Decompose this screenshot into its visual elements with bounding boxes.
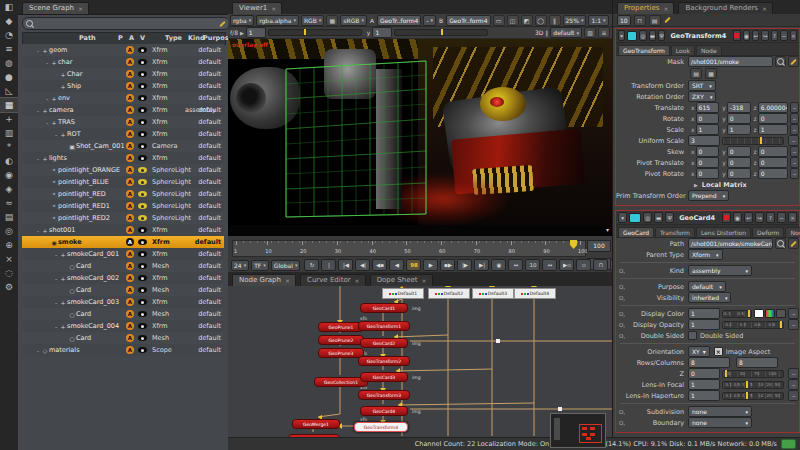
frame-rate-select[interactable]: 24▾ (231, 260, 249, 271)
color-swatch[interactable] (629, 213, 641, 223)
select-visibility[interactable]: inherited▾ (688, 292, 731, 303)
curve-icon[interactable]: ~ (788, 368, 799, 379)
visibility-eye-icon[interactable] (138, 311, 147, 317)
tab-background-renders[interactable]: Background Renders× (678, 2, 773, 14)
circle-icon[interactable]: ◎ (639, 30, 646, 41)
override-pin-icon[interactable]: O‚ (619, 268, 625, 274)
tab-geocard[interactable]: GeoCard (618, 227, 654, 237)
geo-node[interactable]: GeoMerge1 (292, 419, 340, 429)
tab-properties[interactable]: Properties× (617, 2, 674, 14)
scene-graph-row[interactable]: -+smokeCard_001AXfrmdefault (22, 248, 224, 260)
slider-track[interactable]: 104070100 (722, 370, 784, 378)
edit-icon[interactable] (788, 238, 799, 249)
close-icon[interactable]: × (422, 277, 427, 284)
scene-graph-row[interactable]: -+envAXfrmdefault (22, 92, 224, 104)
visibility-eye-icon[interactable] (138, 119, 147, 125)
close-icon[interactable]: × (78, 5, 83, 12)
tab-scene-graph[interactable]: Scene Graph × (22, 2, 89, 14)
scene-graph-row[interactable]: ○CardAMeshdefault (22, 332, 224, 344)
globe-icon[interactable]: ◉ (733, 212, 742, 223)
star-icon[interactable]: * (0, 140, 18, 154)
close-icon[interactable]: × (790, 30, 797, 41)
timeline-ruler[interactable]: 1102030405060708090100 (232, 240, 586, 257)
close-icon[interactable]: × (0, 252, 18, 266)
active-badge[interactable]: A (126, 334, 134, 342)
active-badge[interactable]: A (126, 46, 134, 54)
last-frame-icon[interactable]: ▶| (474, 259, 489, 271)
slider-track[interactable]: 0.10.515102050 (722, 392, 784, 400)
clip-icon[interactable]: ▶▫ (559, 259, 574, 271)
box-icon[interactable]: ▫ (576, 259, 591, 271)
tab-curve-editor[interactable]: Curve Editor× (300, 274, 366, 286)
value-field-z[interactable]: 0 (758, 146, 788, 157)
close-icon[interactable]: × (762, 5, 767, 12)
scope-select[interactable]: Global▾ (271, 260, 301, 271)
redo-icon[interactable]: ↪ (761, 30, 768, 41)
tab-look[interactable]: Look (671, 45, 695, 55)
scene-graph-row[interactable]: ○CardAMeshdefault (22, 260, 224, 272)
lock-icon[interactable]: ⊓ (634, 15, 646, 26)
curve-icon[interactable]: ~ (788, 319, 799, 330)
geo-node[interactable]: GeoTransform3 (358, 390, 410, 400)
curve-icon[interactable]: ~ (790, 124, 799, 135)
first-frame-icon[interactable]: |◀ (338, 259, 353, 271)
step-field[interactable]: 10 (525, 259, 540, 271)
active-badge[interactable]: A (126, 190, 134, 198)
active-badge[interactable]: A (126, 82, 134, 90)
gamma-slider[interactable] (394, 29, 488, 36)
check-icon[interactable]: ▾ (618, 30, 625, 41)
visibility-eye-icon[interactable] (138, 59, 147, 65)
wave-icon[interactable]: ≈ (0, 196, 18, 210)
geo-node[interactable]: GeoTransform4 (354, 422, 408, 432)
override-pin-icon[interactable]: O‚ (619, 311, 625, 317)
value-field-x[interactable]: 0 (696, 157, 720, 168)
undo-icon[interactable]: ↩ (752, 30, 759, 41)
close-icon[interactable]: × (663, 5, 668, 12)
select-transform-order[interactable]: SRT▾ (688, 80, 716, 91)
scene-graph-row[interactable]: -+ROTAXfrmdefault (22, 128, 224, 140)
range-in-icon[interactable]: ↔ (508, 259, 523, 271)
geo-node[interactable]: GeoTransform2 (358, 356, 410, 366)
scene-graph-row[interactable]: -+geomAXfrmdefault (22, 44, 224, 56)
pin-icon[interactable]: − (777, 212, 786, 223)
wipe-icon[interactable]: ◩ (521, 15, 533, 26)
node-picker-icon[interactable]: ▦ (705, 68, 717, 79)
visibility-eye-icon[interactable] (138, 143, 147, 149)
prev-key-icon[interactable]: ◀| (355, 259, 370, 271)
record-icon[interactable] (733, 30, 740, 41)
image-node[interactable]: Default4 (514, 288, 556, 299)
scene-graph-row[interactable]: ○CardAMeshdefault (22, 284, 224, 296)
active-badge[interactable]: A (126, 106, 134, 114)
timeline-end-field[interactable]: 100 (587, 240, 611, 252)
cube-icon[interactable]: ▥ (0, 126, 18, 140)
tab-viewer1[interactable]: Viewer1 × (232, 2, 282, 14)
active-badge[interactable]: A (126, 226, 134, 234)
visibility-eye-icon[interactable] (138, 95, 147, 101)
curve-icon[interactable]: ~ (788, 390, 799, 401)
value-field-z[interactable]: 1 (758, 124, 788, 135)
active-badge[interactable]: A (126, 142, 134, 150)
current-frame-field[interactable]: 98 (406, 259, 421, 271)
viewer-node-field[interactable]: GeoTr..form4 (377, 15, 421, 26)
menu-icon[interactable]: ≡ (598, 27, 610, 38)
geo-node[interactable]: GeoCard2 (360, 338, 408, 348)
value-field[interactable]: 0 (688, 368, 720, 379)
help-icon[interactable]: ? (766, 212, 775, 223)
curve-icon[interactable]: ~ (788, 379, 799, 390)
gamma-field[interactable]: 1 (372, 27, 392, 38)
visibility-eye-icon[interactable] (138, 347, 147, 353)
color-swatch-gradient[interactable] (765, 309, 775, 318)
checkbox-double-sided[interactable] (688, 331, 697, 340)
range-out-icon[interactable]: ↔ (542, 259, 557, 271)
value-field-z[interactable]: 6.00000477 (758, 102, 788, 113)
value-field-x[interactable]: 615 (696, 102, 720, 113)
visibility-eye-icon[interactable] (138, 179, 147, 185)
checkbox-image-aspect[interactable]: × (714, 347, 723, 356)
visibility-eye-icon[interactable] (138, 71, 147, 77)
scene-graph-row[interactable]: *pointlight_BLUEASphereLightdefault (22, 176, 224, 188)
eye-icon[interactable]: ◉ (0, 168, 18, 182)
select-prim-transform-order[interactable]: Prepend▾ (688, 190, 729, 201)
visibility-eye-icon[interactable] (138, 323, 147, 329)
color-swatch-white[interactable] (754, 309, 764, 318)
scene-graph-row[interactable]: -◉smokeAXfrmdefault (22, 236, 224, 248)
